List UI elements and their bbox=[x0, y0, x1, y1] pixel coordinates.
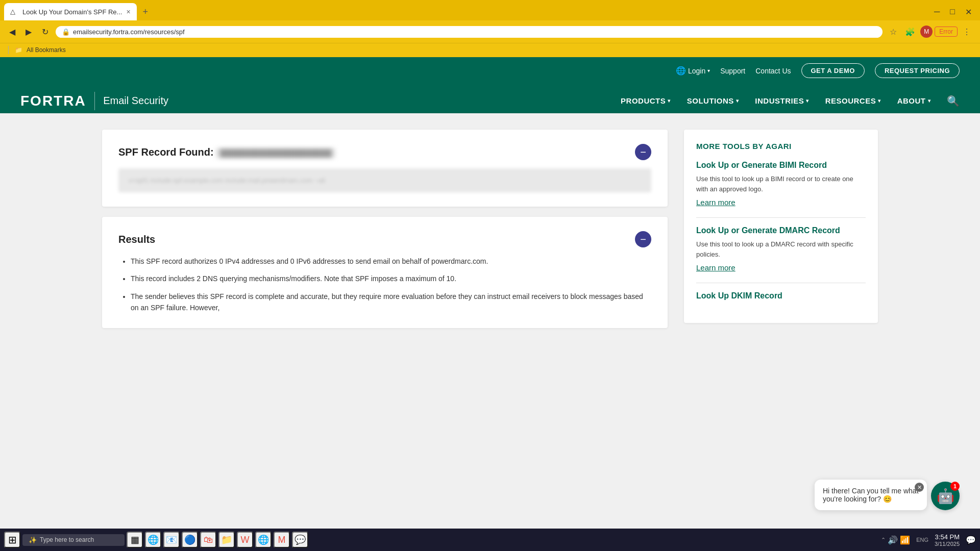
industries-arrow: ▾ bbox=[806, 98, 809, 104]
products-arrow: ▾ bbox=[668, 98, 671, 104]
result-item: This record includes 2 DNS querying mech… bbox=[131, 273, 651, 284]
bookmark-star-button[interactable]: ☆ bbox=[887, 25, 900, 39]
tool-divider bbox=[696, 217, 866, 218]
nav-products[interactable]: PRODUCTS ▾ bbox=[621, 88, 671, 113]
address-bar-container: 🔒 bbox=[56, 26, 883, 38]
login-arrow: ▾ bbox=[707, 68, 710, 73]
dmarc-desc: Use this tool to look up a DMARC record … bbox=[696, 239, 866, 259]
nav-solutions[interactable]: SOLUTIONS ▾ bbox=[687, 88, 739, 113]
tool-bimi: Look Up or Generate BIMI Record Use this… bbox=[696, 161, 866, 207]
globe-icon: 🌐 bbox=[676, 66, 686, 76]
windows-start-button[interactable]: ⊞ bbox=[4, 532, 20, 548]
get-demo-button[interactable]: GET A DEMO bbox=[801, 63, 865, 78]
browser-tab[interactable]: △ Look Up Your Domain's SPF Re... × bbox=[4, 3, 137, 20]
chat-avatar[interactable]: 🤖 1 bbox=[931, 482, 960, 510]
maximize-button[interactable]: □ bbox=[946, 5, 959, 19]
logo-area: FORTRA Email Security bbox=[20, 92, 168, 110]
dmarc-learn-more-link[interactable]: Learn more bbox=[696, 263, 736, 272]
time-display: 3:54 PM bbox=[935, 533, 960, 541]
date-display: 3/11/2025 bbox=[935, 541, 960, 547]
taskbar-app-teams[interactable]: 💬 bbox=[292, 532, 308, 548]
login-dropdown[interactable]: 🌐 Login ▾ bbox=[676, 66, 710, 76]
sys-tray-arrows[interactable]: ⌃ bbox=[881, 537, 886, 543]
spf-found-card: SPF Record Found: ██████████████████████… bbox=[102, 130, 668, 207]
sidebar-tools-section: MORE TOOLS BY AGARI Look Up or Generate … bbox=[684, 130, 878, 323]
chat-message: Hi there! Can you tell me what you're lo… bbox=[823, 487, 919, 503]
results-card: Results − This SPF record authorizes 0 I… bbox=[102, 217, 668, 328]
main-content: SPF Record Found: ██████████████████████… bbox=[102, 130, 668, 505]
taskbar-app-store[interactable]: 🛍 bbox=[200, 532, 216, 548]
taskbar-app-folder[interactable]: 📁 bbox=[218, 532, 235, 548]
bookmarks-separator bbox=[8, 46, 9, 54]
menu-button[interactable]: ⋮ bbox=[960, 25, 974, 39]
taskbar-app-chrome[interactable]: 🌐 bbox=[255, 532, 272, 548]
tool-dmarc: Look Up or Generate DMARC Record Use thi… bbox=[696, 226, 866, 272]
lang-indicator[interactable]: ENG bbox=[916, 537, 928, 543]
forward-button[interactable]: ▶ bbox=[22, 25, 35, 39]
nav-resources[interactable]: RESOURCES ▾ bbox=[825, 88, 881, 113]
search-icon[interactable]: 🔍 bbox=[947, 95, 960, 107]
search-sparkle-icon: ✨ bbox=[29, 536, 37, 544]
system-tray: ⌃ 🔊 📶 ENG 3:54 PM 3/11/2025 💬 bbox=[881, 533, 976, 547]
nav-industries[interactable]: INDUSTRIES ▾ bbox=[755, 88, 808, 113]
fortra-logo[interactable]: FORTRA bbox=[20, 93, 86, 109]
all-bookmarks-label[interactable]: All Bookmarks bbox=[27, 46, 66, 54]
results-title: Results bbox=[118, 234, 155, 245]
dkim-title: Look Up DKIM Record bbox=[696, 291, 866, 300]
taskbar-clock[interactable]: 3:54 PM 3/11/2025 bbox=[935, 533, 960, 547]
bookmarks-folder-icon: 📁 bbox=[15, 46, 22, 54]
request-pricing-button[interactable]: REQUEST PRICING bbox=[875, 63, 960, 78]
bimi-title: Look Up or Generate BIMI Record bbox=[696, 161, 866, 170]
taskbar-search[interactable]: ✨ Type here to search bbox=[22, 534, 125, 546]
profile-button[interactable]: M bbox=[920, 26, 933, 38]
minimize-button[interactable]: ─ bbox=[930, 5, 944, 19]
extension-puzzle-button[interactable]: 🧩 bbox=[902, 25, 918, 39]
taskbar-app-edge2[interactable]: 🔵 bbox=[182, 532, 198, 548]
chat-widget: ✕ Hi there! Can you tell me what you're … bbox=[815, 480, 960, 510]
sys-tray-network[interactable]: 📶 bbox=[900, 535, 910, 545]
result-item: The sender believes this SPF record is c… bbox=[131, 291, 651, 314]
taskbar-app-wps[interactable]: W bbox=[237, 532, 253, 548]
close-window-button[interactable]: ✕ bbox=[961, 5, 976, 19]
chat-bot-icon: 🤖 bbox=[937, 488, 954, 505]
bimi-desc: Use this tool to look up a BIMI record o… bbox=[696, 174, 866, 194]
sys-tray-speaker[interactable]: 🔊 bbox=[888, 535, 898, 545]
login-label[interactable]: Login bbox=[688, 67, 705, 75]
bimi-learn-more-link[interactable]: Learn more bbox=[696, 198, 736, 207]
spf-record-display: v=spf1 include:spf.example.com include:m… bbox=[118, 168, 651, 192]
tab-close-button[interactable]: × bbox=[126, 8, 130, 16]
spf-found-title: SPF Record Found: ██████████████████████ bbox=[118, 146, 335, 158]
results-list: This SPF record authorizes 0 IPv4 addres… bbox=[118, 256, 651, 314]
tool-dkim: Look Up DKIM Record bbox=[696, 291, 866, 300]
taskbar-app-red[interactable]: M bbox=[274, 532, 290, 548]
contact-link[interactable]: Contact Us bbox=[755, 67, 791, 75]
tab-title: Look Up Your Domain's SPF Re... bbox=[22, 8, 122, 16]
spf-collapse-button[interactable]: − bbox=[635, 144, 651, 160]
tool-divider-2 bbox=[696, 283, 866, 283]
solutions-arrow: ▾ bbox=[736, 98, 739, 104]
main-navigation: PRODUCTS ▾ SOLUTIONS ▾ INDUSTRIES ▾ RESO… bbox=[621, 88, 960, 113]
reload-button[interactable]: ↻ bbox=[39, 25, 52, 39]
taskbar-search-label: Type here to search bbox=[40, 536, 94, 543]
taskbar-app-outlook[interactable]: 📧 bbox=[163, 532, 180, 548]
chat-close-button[interactable]: ✕ bbox=[915, 483, 924, 492]
results-collapse-button[interactable]: − bbox=[635, 231, 651, 247]
resources-arrow: ▾ bbox=[878, 98, 881, 104]
task-view-button[interactable]: ▦ bbox=[127, 532, 143, 548]
taskbar-app-edge[interactable]: 🌐 bbox=[145, 532, 161, 548]
email-security-label[interactable]: Email Security bbox=[103, 95, 168, 107]
about-arrow: ▾ bbox=[928, 98, 931, 104]
sidebar-heading: MORE TOOLS BY AGARI bbox=[696, 142, 866, 151]
back-button[interactable]: ◀ bbox=[6, 25, 18, 39]
nav-about[interactable]: ABOUT ▾ bbox=[897, 88, 930, 113]
result-item: This SPF record authorizes 0 IPv4 addres… bbox=[131, 256, 651, 267]
taskbar: ⊞ ✨ Type here to search ▦ 🌐 📧 🔵 🛍 📁 W 🌐 … bbox=[0, 529, 980, 551]
support-link[interactable]: Support bbox=[720, 67, 745, 75]
chat-bubble: ✕ Hi there! Can you tell me what you're … bbox=[815, 480, 927, 510]
spf-domain-value: ██████████████████████ bbox=[216, 148, 335, 158]
new-tab-button[interactable]: + bbox=[139, 5, 153, 19]
notification-icon[interactable]: 💬 bbox=[966, 535, 976, 545]
address-bar[interactable] bbox=[73, 28, 876, 36]
taskbar-right: ⌃ 🔊 📶 ENG 3:54 PM 3/11/2025 💬 bbox=[881, 533, 976, 547]
error-button[interactable]: Error bbox=[935, 27, 958, 37]
